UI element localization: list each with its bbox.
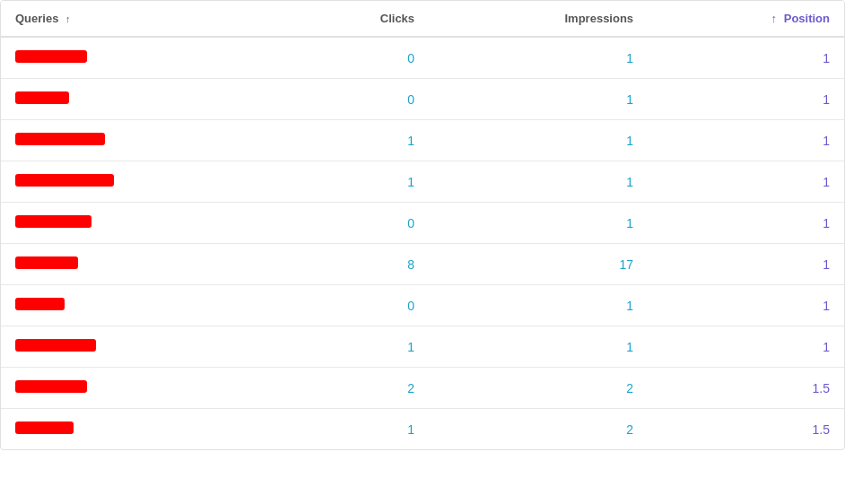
query-cell xyxy=(1,161,287,203)
query-cell xyxy=(1,285,287,326)
redacted-query-bar xyxy=(15,215,91,228)
clicks-value: 8 xyxy=(287,244,429,285)
position-value: 1 xyxy=(648,203,844,244)
query-cell xyxy=(1,203,287,244)
query-cell xyxy=(1,37,287,79)
clicks-value: 0 xyxy=(287,79,429,120)
position-value: 1.5 xyxy=(648,368,844,409)
impressions-value: 1 xyxy=(429,285,648,326)
table-row: 111 xyxy=(1,161,844,203)
impressions-value: 1 xyxy=(429,203,648,244)
clicks-value: 1 xyxy=(287,409,429,450)
redacted-query-bar xyxy=(15,174,114,187)
query-cell xyxy=(1,326,287,368)
sort-up-icon: ↑ xyxy=(65,13,71,24)
col-header-clicks[interactable]: Clicks xyxy=(287,1,429,37)
impressions-label: Impressions xyxy=(565,12,634,25)
table-row: 011 xyxy=(1,37,844,79)
query-cell xyxy=(1,244,287,285)
col-header-position[interactable]: ↑ Position xyxy=(648,1,844,37)
query-cell xyxy=(1,120,287,161)
position-value: 1 xyxy=(648,120,844,161)
redacted-query-bar xyxy=(15,256,78,269)
redacted-query-bar xyxy=(15,298,65,310)
clicks-value: 2 xyxy=(287,368,429,409)
clicks-value: 0 xyxy=(287,203,429,244)
redacted-query-bar xyxy=(15,133,105,145)
position-value: 1 xyxy=(648,37,844,79)
impressions-value: 1 xyxy=(429,37,648,79)
impressions-value: 1 xyxy=(429,79,648,120)
clicks-value: 1 xyxy=(287,161,429,203)
clicks-value: 1 xyxy=(287,326,429,368)
impressions-value: 2 xyxy=(429,409,648,450)
position-value: 1 xyxy=(648,285,844,326)
redacted-query-bar xyxy=(15,91,69,104)
table-row: 121.5 xyxy=(1,409,844,450)
redacted-query-bar xyxy=(15,421,74,434)
impressions-value: 1 xyxy=(429,120,648,161)
table-row: 011 xyxy=(1,79,844,120)
table-row: 111 xyxy=(1,326,844,368)
col-header-queries[interactable]: Queries ↑ xyxy=(1,1,287,37)
table-row: 8171 xyxy=(1,244,844,285)
impressions-value: 17 xyxy=(429,244,648,285)
col-header-impressions[interactable]: Impressions xyxy=(429,1,648,37)
redacted-query-bar xyxy=(15,380,87,393)
query-cell xyxy=(1,368,287,409)
impressions-value: 1 xyxy=(429,161,648,203)
table-row: 221.5 xyxy=(1,368,844,409)
queries-table: Queries ↑ Clicks Impressions ↑ Position … xyxy=(0,0,845,450)
clicks-label: Clicks xyxy=(380,12,414,25)
position-sort-icon: ↑ xyxy=(771,12,778,25)
table-row: 111 xyxy=(1,120,844,161)
table-row: 011 xyxy=(1,285,844,326)
clicks-value: 1 xyxy=(287,120,429,161)
position-value: 1 xyxy=(648,326,844,368)
redacted-query-bar xyxy=(15,50,87,63)
impressions-value: 1 xyxy=(429,326,648,368)
position-value: 1 xyxy=(648,244,844,285)
table-row: 011 xyxy=(1,203,844,244)
queries-label: Queries xyxy=(15,12,58,25)
position-value: 1.5 xyxy=(648,409,844,450)
position-value: 1 xyxy=(648,79,844,120)
redacted-query-bar xyxy=(15,339,96,352)
query-cell xyxy=(1,409,287,450)
clicks-value: 0 xyxy=(287,285,429,326)
impressions-value: 2 xyxy=(429,368,648,409)
position-value: 1 xyxy=(648,161,844,203)
position-label: Position xyxy=(784,12,830,25)
clicks-value: 0 xyxy=(287,37,429,79)
query-cell xyxy=(1,79,287,120)
